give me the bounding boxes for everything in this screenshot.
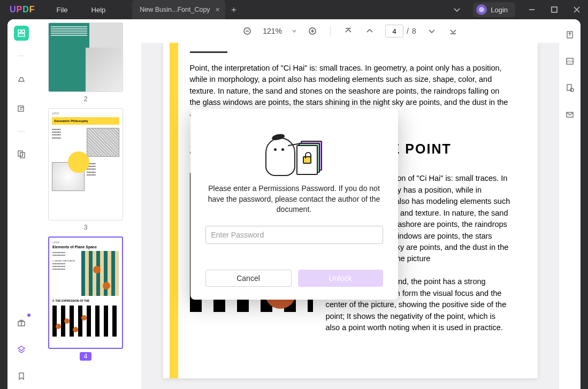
tab-overflow-button[interactable] (446, 5, 468, 14)
document-tab[interactable]: New Busin...Font_Copy × (132, 0, 225, 19)
close-icon (572, 5, 581, 14)
menu-help[interactable]: Help (80, 6, 118, 14)
dialog-illustration (262, 123, 326, 176)
maximize-icon (550, 5, 559, 14)
close-icon[interactable]: × (216, 5, 220, 14)
workspace: 2 UPDF Geometric Philosophy ■■■■■■■■■■■■… (7, 19, 581, 389)
minimize-icon (528, 5, 536, 14)
avatar-icon (476, 4, 487, 15)
window-minimize[interactable] (521, 0, 543, 19)
tab-area: New Busin...Font_Copy × ＋ (132, 0, 446, 19)
unlock-button[interactable]: Unlock (298, 270, 383, 287)
app-logo: UPDF (0, 5, 45, 14)
login-label: Login (491, 6, 508, 14)
svg-rect-1 (552, 7, 557, 12)
titlebar: UPDF File Help New Busin...Font_Copy × ＋… (0, 0, 588, 19)
dialog-buttons: Cancel Unlock (205, 270, 383, 287)
tab-title: New Busin...Font_Copy (140, 6, 210, 13)
dialog-message: Please enter a Permissions Password. If … (205, 184, 383, 215)
window-close[interactable] (566, 0, 588, 19)
cancel-button[interactable]: Cancel (205, 270, 292, 287)
password-input[interactable] (205, 226, 383, 244)
new-tab-button[interactable]: ＋ (225, 0, 242, 19)
modal-overlay: Please enter a Permissions Password. If … (7, 19, 581, 389)
lock-icon (303, 156, 311, 164)
window-maximize[interactable] (543, 0, 566, 19)
password-dialog: Please enter a Permissions Password. If … (190, 109, 398, 300)
menu-file[interactable]: File (45, 6, 80, 14)
login-button[interactable]: Login (473, 2, 515, 17)
chevron-down-icon (453, 5, 461, 14)
